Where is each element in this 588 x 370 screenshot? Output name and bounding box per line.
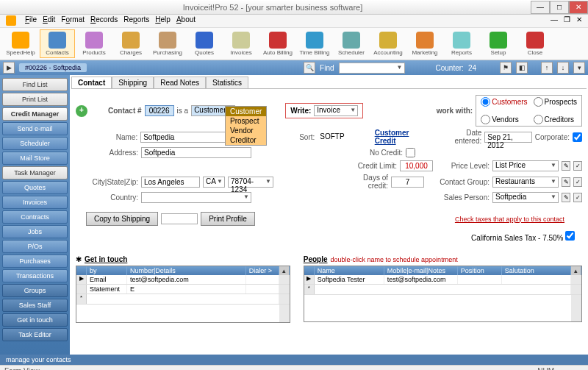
price-level-select[interactable]: List Price <box>492 160 559 171</box>
check-taxes-link[interactable]: Check taxes that apply to this contact <box>455 216 564 223</box>
sidebar-contracts[interactable]: Contracts <box>2 210 68 224</box>
sidebar-sales-staff[interactable]: Sales Staff <box>2 299 68 312</box>
mdi-close[interactable]: ✕ <box>576 15 582 26</box>
address-input[interactable] <box>141 147 251 158</box>
sidebar-credit-manager[interactable]: Credit Manager <box>2 107 68 121</box>
no-credit-checkbox[interactable] <box>406 148 415 157</box>
sales-person-select[interactable]: Softpedia <box>492 192 559 203</box>
menu-about[interactable]: About <box>176 15 196 26</box>
sidebar-print-list[interactable]: Print List <box>2 93 68 106</box>
toolbar-auto-billing[interactable]: Auto Billing <box>260 29 295 58</box>
zip-select[interactable]: 78704-1234 <box>228 177 273 188</box>
sidebar-purchases[interactable]: Purchases <box>2 255 68 268</box>
menu-help[interactable]: Help <box>155 15 171 26</box>
toolbar-charges[interactable]: Charges <box>113 29 148 58</box>
price-check-icon[interactable]: ✓ <box>573 161 582 171</box>
menu-records[interactable]: Records <box>90 15 118 26</box>
tool-icon-1[interactable]: ⚑ <box>500 62 512 74</box>
nav-up-icon[interactable]: ↑ <box>541 62 553 74</box>
tool-icon-2[interactable]: ◧ <box>516 62 528 74</box>
close-window-button[interactable]: ✕ <box>569 1 588 14</box>
footer-hint: manage your contacts <box>0 355 588 365</box>
mdi-restore[interactable]: ❐ <box>564 15 570 26</box>
sidebar-find-list[interactable]: Find List <box>2 78 68 91</box>
sidebar-task-editor[interactable]: Task Editor <box>2 328 68 341</box>
nav-menu-icon[interactable]: ▾ <box>573 62 585 74</box>
sidebar-invoices[interactable]: Invoices <box>2 196 68 209</box>
toolbar-purchasing[interactable]: Purchasing <box>150 29 185 58</box>
tax-checkbox[interactable] <box>565 231 575 241</box>
people-row[interactable]: ▶ Softpedia Tester test@softpedia.com <box>304 275 581 285</box>
sidebar-mail-store[interactable]: Mail Store <box>2 152 68 165</box>
tab-read-notes[interactable]: Read Notes <box>154 77 206 88</box>
touch-new-row[interactable]: * <box>76 294 290 305</box>
group-check-icon[interactable]: ✓ <box>573 177 582 187</box>
corporate-checkbox[interactable] <box>573 132 582 142</box>
date-entered[interactable]: Sep 21, 2012 <box>484 132 531 143</box>
expand-icon[interactable]: ▶ <box>3 62 15 74</box>
copy-shipping-button[interactable]: Copy to Shipping <box>86 212 158 226</box>
workwith-customers[interactable]: Customers <box>481 97 527 107</box>
add-contact-button[interactable]: + <box>76 105 87 117</box>
group-edit-icon[interactable]: ✎ <box>562 177 570 187</box>
people-new-row[interactable]: * <box>304 285 581 295</box>
state-select[interactable]: CA <box>203 177 225 188</box>
find-select[interactable] <box>339 63 405 74</box>
menu-edit[interactable]: Edit <box>43 15 55 26</box>
toolbar-time-billing[interactable]: Time Billing <box>297 29 332 58</box>
sidebar-quotes[interactable]: Quotes <box>2 181 68 194</box>
sales-edit-icon[interactable]: ✎ <box>562 193 570 202</box>
contact-type-dropdown[interactable]: Customer Prospect Vendor Creditor <box>225 106 267 146</box>
touch-row[interactable]: Statement E <box>76 285 290 294</box>
toolbar-setup[interactable]: Setup <box>481 29 516 58</box>
sidebar-send-e-mail[interactable]: Send e-mail <box>2 122 68 135</box>
print-profile-button[interactable]: Print Profile <box>201 212 255 226</box>
toolbar-products[interactable]: Products <box>76 29 112 58</box>
contact-number[interactable]: 00226 <box>145 105 174 116</box>
sidebar-groups[interactable]: Groups <box>2 284 68 297</box>
sidebar-jobs[interactable]: Jobs <box>2 225 68 238</box>
write-select[interactable]: Invoice <box>314 105 358 116</box>
toolbar-contacts[interactable]: Contacts <box>40 29 75 58</box>
country-select[interactable] <box>141 192 251 203</box>
menu-format[interactable]: Format <box>61 15 85 26</box>
toolbar-reports[interactable]: Reports <box>444 29 479 58</box>
menu-reports[interactable]: Reports <box>123 15 149 26</box>
sidebar-get-in-touch[interactable]: Get in touch <box>2 313 68 327</box>
toolbar-accounting[interactable]: Accounting <box>370 29 406 58</box>
type-option-customer[interactable]: Customer <box>226 107 266 116</box>
toolbar-quotes[interactable]: Quotes <box>187 29 222 58</box>
sales-check-icon[interactable]: ✓ <box>573 193 582 202</box>
price-edit-icon[interactable]: ✎ <box>562 161 570 171</box>
tab-contact[interactable]: Contact <box>71 77 112 88</box>
tab-statistics[interactable]: Statistics <box>206 77 248 88</box>
city-input[interactable] <box>141 177 200 188</box>
touch-row[interactable]: ▶ Email test@softpedia.com <box>76 275 290 285</box>
credit-limit[interactable]: 10,000 <box>400 160 433 171</box>
sidebar-transactions[interactable]: Transactions <box>2 269 68 282</box>
toolbar-speedhelp[interactable]: SpeedHelp <box>3 29 38 58</box>
toolbar-marketing[interactable]: Marketing <box>407 29 442 58</box>
contact-group-select[interactable]: Restaurants <box>492 177 559 188</box>
tab-shipping[interactable]: Shipping <box>112 77 154 88</box>
workwith-creditors[interactable]: Creditors <box>534 115 577 124</box>
minimize-button[interactable]: — <box>531 1 550 14</box>
days-credit[interactable]: 7 <box>391 177 424 188</box>
workwith-prospects[interactable]: Prospects <box>534 97 577 107</box>
menu-file[interactable]: File <box>25 15 37 26</box>
mdi-minimize[interactable]: — <box>551 15 558 26</box>
sidebar-scheduler[interactable]: Scheduler <box>2 137 68 150</box>
toolbar-invoices[interactable]: Invoices <box>223 29 259 58</box>
type-option-prospect[interactable]: Prospect <box>226 116 266 126</box>
record-tab[interactable]: #00226 - Softpedia <box>19 63 87 72</box>
binoculars-icon[interactable]: 🔍 <box>304 62 315 74</box>
type-option-creditor[interactable]: Creditor <box>226 135 266 145</box>
maximize-button[interactable]: □ <box>550 1 569 14</box>
nav-down-icon[interactable]: ↓ <box>557 62 569 74</box>
workwith-vendors[interactable]: Vendors <box>481 115 527 124</box>
type-option-vendor[interactable]: Vendor <box>226 126 266 135</box>
sidebar-task-manager[interactable]: Task Manager <box>2 166 68 179</box>
sidebar-p-os[interactable]: P/Os <box>2 240 68 253</box>
toolbar-close[interactable]: Close <box>517 29 553 58</box>
toolbar-scheduler[interactable]: Scheduler <box>334 29 369 58</box>
